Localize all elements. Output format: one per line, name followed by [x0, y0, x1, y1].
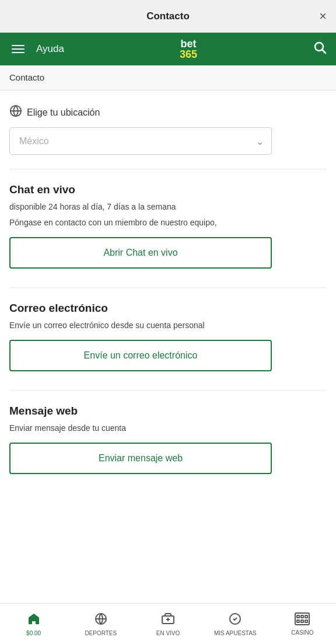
nav-label-mybets: MIS APUESTAS: [214, 630, 257, 636]
chat-section: Chat en vivo disponible 24 horas al día,…: [9, 183, 327, 269]
divider-1: [9, 169, 327, 169]
chat-desc-1: disponible 24 horas al día, 7 días a la …: [9, 201, 327, 213]
close-button[interactable]: ×: [319, 10, 327, 23]
nav-item-casino[interactable]: CASINO: [269, 604, 336, 644]
logo-365: 365: [180, 49, 197, 60]
web-section: Mensaje web Enviar mensaje desde tu cuen…: [9, 405, 327, 474]
svg-rect-14: [297, 620, 299, 622]
modal-title: Contacto: [146, 11, 190, 22]
svg-rect-12: [301, 615, 303, 618]
email-section: Correo electrónico Envíe un correo elect…: [9, 302, 327, 371]
bet365-logo: bet 365: [180, 39, 197, 60]
location-icon: [9, 105, 22, 120]
open-chat-button[interactable]: Abrir Chat en vivo: [9, 237, 272, 269]
location-select[interactable]: México España Argentina: [9, 127, 272, 155]
chat-title: Chat en vivo: [9, 183, 327, 196]
email-title: Correo electrónico: [9, 302, 327, 315]
breadcrumb-bar: Contacto: [0, 65, 336, 90]
svg-rect-11: [297, 615, 299, 618]
nav-item-sports[interactable]: DEPORTES: [67, 604, 134, 644]
svg-rect-13: [305, 615, 307, 618]
email-desc: Envíe un correo electrónico desde su cue…: [9, 319, 327, 332]
search-icon: [313, 40, 327, 54]
nav-left: Ayuda: [9, 43, 64, 55]
help-label: Ayuda: [36, 43, 64, 55]
location-select-wrapper: México España Argentina ⌄: [9, 127, 272, 155]
chat-desc-2: Póngase en contacto con un miembro de nu…: [9, 217, 327, 229]
nav-item-home[interactable]: $0.00: [0, 604, 67, 644]
bottom-nav: $0.00 DEPORTES EN VIVO: [0, 603, 336, 644]
sports-icon: [94, 612, 108, 628]
home-icon: [27, 612, 41, 628]
nav-label-casino: CASINO: [291, 629, 313, 636]
breadcrumb: Contacto: [9, 72, 44, 82]
nav-label-sports: DEPORTES: [85, 630, 117, 636]
svg-line-1: [322, 50, 326, 54]
live-icon: [161, 612, 175, 628]
send-web-message-button[interactable]: Enviar mensaje web: [9, 443, 272, 474]
modal-title-bar: Contacto ×: [0, 0, 336, 33]
web-desc: Enviar mensaje desde tu cuenta: [9, 422, 327, 434]
casino-icon: [295, 612, 310, 628]
svg-rect-15: [301, 620, 303, 622]
logo-bet: bet: [180, 39, 196, 49]
location-label: Elige tu ubicación: [27, 107, 100, 118]
nav-label-live: EN VIVO: [156, 630, 180, 636]
main-content: Elige tu ubicación México España Argenti…: [0, 90, 336, 603]
svg-rect-16: [305, 620, 307, 622]
hamburger-line-1: [12, 45, 24, 46]
hamburger-line-3: [12, 52, 24, 53]
divider-2: [9, 287, 327, 288]
nav-item-live[interactable]: EN VIVO: [134, 604, 201, 644]
mybets-icon: [228, 612, 242, 628]
hamburger-menu[interactable]: [9, 43, 27, 55]
nav-header: Ayuda bet 365: [0, 33, 336, 65]
divider-3: [9, 390, 327, 391]
nav-label-home: $0.00: [26, 630, 41, 636]
hamburger-line-2: [12, 48, 24, 50]
send-email-button[interactable]: Envíe un correo electrónico: [9, 340, 272, 371]
location-header: Elige tu ubicación: [9, 105, 327, 120]
location-section: Elige tu ubicación México España Argenti…: [9, 105, 327, 155]
nav-item-mybets[interactable]: MIS APUESTAS: [202, 604, 269, 644]
search-button[interactable]: [313, 40, 327, 58]
web-title: Mensaje web: [9, 405, 327, 417]
